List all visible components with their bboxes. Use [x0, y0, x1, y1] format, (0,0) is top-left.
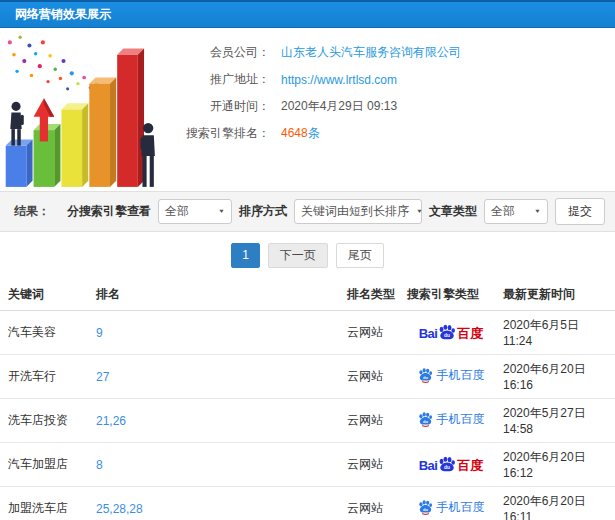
type-filter-label: 文章类型: [429, 203, 477, 220]
baidu-paw-du-text: du: [444, 465, 450, 470]
search-rank-suffix: 条: [308, 126, 320, 140]
keyword-ranking-table: 关键词 排名 排名类型 搜索引擎类型 最新更新时间 汽车美容9云网站 Bai d…: [0, 278, 615, 520]
submit-button[interactable]: 提交: [555, 198, 605, 225]
col-header-updated: 最新更新时间: [499, 278, 615, 311]
cell-rank-type: 云网站: [343, 443, 403, 487]
promo-url-row: 推广地址： https://www.lrtlsd.com: [158, 66, 615, 93]
mobile-baidu-paw-icon: du: [418, 500, 433, 515]
mobile-baidu-logo: du 手机百度: [418, 368, 485, 383]
mobile-baidu-logo: du 手机百度: [418, 412, 485, 427]
page-button-current[interactable]: 1: [231, 243, 260, 268]
chevron-down-icon: ▼: [218, 209, 225, 215]
promo-url-label: 推广地址：: [158, 71, 270, 88]
cell-keyword: 汽车美容: [0, 311, 92, 355]
engine-filter-label: 分搜索引擎查看: [67, 203, 151, 220]
mobile-baidu-paw-du-text: du: [423, 418, 428, 423]
account-info-panel: 会员公司： 山东老人头汽车服务咨询有限公司 推广地址： https://www.…: [0, 28, 615, 191]
cell-updated: 2020年6月5日 11:24: [499, 311, 615, 355]
baidu-paw-du-text: du: [444, 333, 450, 338]
engine-select-value: 全部: [165, 203, 189, 220]
mobile-baidu-logo: du 手机百度: [418, 500, 485, 515]
search-rank-row: 搜索引擎排名： 4648条: [158, 120, 615, 147]
table-row: 加盟洗车店25,28,28云网站 du 手机百度 2020年6月20日 16:1…: [0, 487, 615, 520]
confetti-dots: [8, 36, 103, 94]
cell-rank: 9: [92, 311, 343, 355]
table-row: 汽车美容9云网站 Bai du 百度 2020年6月5日 11:24: [0, 311, 615, 355]
table-row: 洗车店投资21,26云网站 du 手机百度 2020年5月27日 14:58: [0, 399, 615, 443]
open-time-value: 2020年4月29日 09:13: [281, 98, 397, 115]
member-company-label: 会员公司：: [158, 44, 270, 61]
cell-engine-type: Bai du 百度: [403, 443, 499, 487]
filter-bar: 结果： 分搜索引擎查看 全部 ▼ 排序方式 关键词由短到长排序 ▼ 文章类型 全…: [0, 191, 615, 232]
bar-yellow: [61, 103, 88, 187]
cell-updated: 2020年5月27日 14:58: [499, 399, 615, 443]
cell-engine-type: Bai du 百度: [403, 311, 499, 355]
sort-filter-label: 排序方式: [239, 203, 287, 220]
table-row: 汽车加盟店8云网站 Bai du 百度 2020年6月20日 16:12: [0, 443, 615, 487]
cell-keyword: 洗车店投资: [0, 399, 92, 443]
baidu-logo: Bai du 百度: [419, 324, 484, 340]
baidu-logo-zh-text: 百度: [457, 327, 483, 340]
member-company-row: 会员公司： 山东老人头汽车服务咨询有限公司: [158, 39, 615, 66]
baidu-paw-icon: du: [438, 324, 456, 340]
cell-engine-type: du 手机百度: [403, 355, 499, 399]
search-rank-label: 搜索引擎排名：: [158, 125, 270, 142]
mobile-baidu-paw-du-text: du: [423, 506, 428, 511]
cell-keyword: 开洗车行: [0, 355, 92, 399]
col-header-rank-type: 排名类型: [343, 278, 403, 311]
cell-engine-type: du 手机百度: [403, 399, 499, 443]
cell-rank: 25,28,28: [92, 487, 343, 520]
filter-controls: 分搜索引擎查看 全部 ▼ 排序方式 关键词由短到长排序 ▼ 文章类型 全部 ▼ …: [67, 198, 605, 225]
businessman-figure-left: [10, 102, 23, 146]
search-rank-number: 4648: [281, 126, 308, 140]
mobile-baidu-paw-icon: du: [418, 368, 433, 383]
cell-updated: 2020年6月20日 16:16: [499, 355, 615, 399]
mobile-baidu-label: 手机百度: [437, 369, 485, 381]
result-label: 结果：: [14, 203, 50, 220]
bar-chart-graphic: [0, 30, 158, 190]
account-info-fields: 会员公司： 山东老人头汽车服务咨询有限公司 推广地址： https://www.…: [158, 28, 615, 191]
sort-select[interactable]: 关键词由短到长排序 ▼: [294, 199, 422, 224]
member-company-link[interactable]: 山东老人头汽车服务咨询有限公司: [281, 44, 461, 61]
mobile-baidu-paw-icon: du: [418, 412, 433, 427]
open-time-label: 开通时间：: [158, 98, 270, 115]
chevron-down-icon: ▼: [534, 209, 541, 215]
growth-chart-illustration: [0, 30, 158, 190]
cell-rank: 27: [92, 355, 343, 399]
type-select[interactable]: 全部 ▼: [484, 199, 548, 224]
bar-blue: [6, 139, 33, 186]
mobile-baidu-label: 手机百度: [437, 413, 485, 425]
col-header-rank: 排名: [92, 278, 343, 311]
type-select-value: 全部: [491, 203, 515, 220]
cell-updated: 2020年6月20日 16:11: [499, 487, 615, 520]
baidu-logo-bai-text: Bai: [419, 327, 438, 340]
baidu-logo-bai-text: Bai: [419, 459, 438, 472]
promo-url-link[interactable]: https://www.lrtlsd.com: [281, 73, 397, 87]
cell-rank-type: 云网站: [343, 311, 403, 355]
chevron-down-icon: ▼: [416, 209, 423, 215]
pagination: 1 下一页 尾页: [0, 232, 615, 278]
title-bar: 网络营销效果展示: [0, 0, 615, 28]
cell-updated: 2020年6月20日 16:12: [499, 443, 615, 487]
cell-rank: 21,26: [92, 399, 343, 443]
next-page-button[interactable]: 下一页: [268, 243, 328, 268]
sort-select-value: 关键词由短到长排序: [301, 203, 409, 220]
bar-orange: [89, 77, 116, 186]
engine-select[interactable]: 全部 ▼: [158, 199, 232, 224]
bar-red: [117, 49, 144, 187]
baidu-logo: Bai du 百度: [419, 456, 484, 472]
cell-rank-type: 云网站: [343, 399, 403, 443]
cell-rank-type: 云网站: [343, 355, 403, 399]
last-page-button[interactable]: 尾页: [336, 243, 384, 268]
mobile-baidu-label: 手机百度: [437, 501, 485, 513]
col-header-keyword: 关键词: [0, 278, 92, 311]
table-header-row: 关键词 排名 排名类型 搜索引擎类型 最新更新时间: [0, 278, 615, 311]
baidu-logo-zh-text: 百度: [457, 459, 483, 472]
table-row: 开洗车行27云网站 du 手机百度 2020年6月20日 16:16: [0, 355, 615, 399]
open-time-row: 开通时间： 2020年4月29日 09:13: [158, 93, 615, 120]
cell-engine-type: du 手机百度: [403, 487, 499, 520]
cell-keyword: 加盟洗车店: [0, 487, 92, 520]
cell-keyword: 汽车加盟店: [0, 443, 92, 487]
cell-rank: 8: [92, 443, 343, 487]
search-rank-value: 4648条: [281, 125, 320, 142]
